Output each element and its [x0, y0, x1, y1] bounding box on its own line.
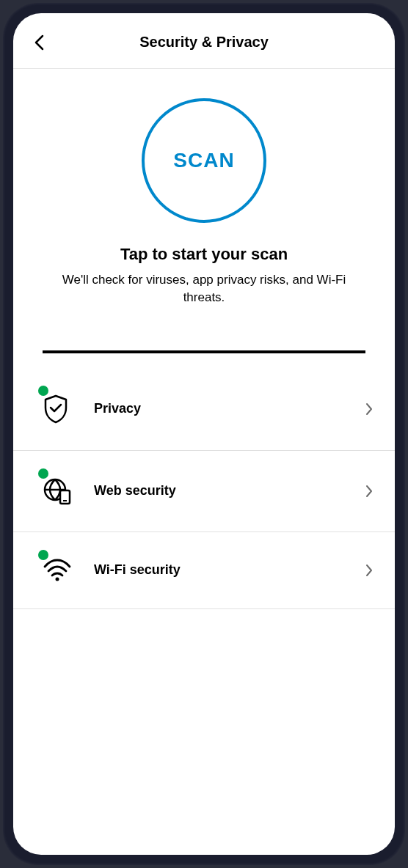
- status-dot-ok: [38, 386, 48, 396]
- icon-wrapper: [43, 477, 78, 505]
- list-item-label: Wi-Fi security: [94, 562, 365, 578]
- status-dot-ok: [38, 468, 48, 479]
- list-item-wifi-security[interactable]: Wi-Fi security: [13, 532, 395, 609]
- header: Security & Privacy: [13, 13, 395, 69]
- category-list: Privacy: [13, 368, 395, 609]
- wifi-icon: [43, 559, 72, 582]
- screen: Security & Privacy SCAN Tap to start you…: [13, 13, 395, 855]
- chevron-left-icon: [34, 34, 44, 51]
- icon-wrapper: [43, 394, 78, 424]
- scan-description: We'll check for viruses, app privacy ris…: [35, 271, 373, 306]
- list-item-web-security[interactable]: Web security: [13, 451, 395, 532]
- svg-point-3: [56, 577, 59, 581]
- svg-rect-1: [60, 490, 70, 504]
- list-item-privacy[interactable]: Privacy: [13, 368, 395, 451]
- scan-button-label: SCAN: [173, 149, 234, 172]
- chevron-right-icon: [365, 402, 373, 416]
- globe-phone-icon: [43, 477, 72, 505]
- chevron-right-icon: [365, 564, 373, 577]
- section-divider: [43, 350, 365, 353]
- scan-section: SCAN Tap to start your scan We'll check …: [13, 69, 395, 328]
- back-button[interactable]: [28, 32, 50, 54]
- status-dot-ok: [38, 550, 48, 560]
- icon-wrapper: [43, 559, 78, 582]
- page-title: Security & Privacy: [28, 34, 380, 51]
- phone-frame: Security & Privacy SCAN Tap to start you…: [3, 3, 405, 865]
- shield-check-icon: [43, 394, 69, 424]
- scan-title: Tap to start your scan: [120, 245, 288, 264]
- list-item-label: Privacy: [94, 401, 365, 416]
- chevron-right-icon: [365, 485, 373, 498]
- scan-button[interactable]: SCAN: [142, 98, 266, 223]
- content: SCAN Tap to start your scan We'll check …: [13, 69, 395, 855]
- list-item-label: Web security: [94, 483, 365, 499]
